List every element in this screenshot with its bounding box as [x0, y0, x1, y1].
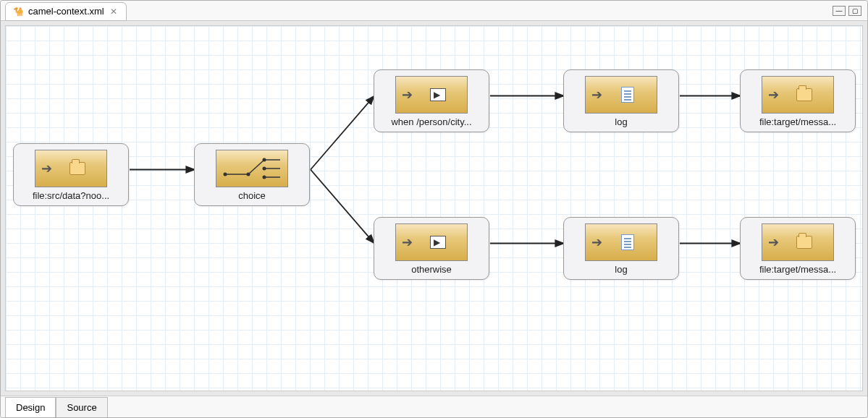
arrow-icon: ➔: [768, 87, 779, 103]
arrow-icon: ➔: [402, 234, 413, 250]
folder-icon: [796, 88, 812, 101]
arrow-icon: ➔: [768, 234, 779, 250]
node-label: file:target/messa...: [741, 264, 855, 275]
node-label: file:target/messa...: [741, 116, 855, 127]
node-label: when /person/city...: [374, 116, 489, 127]
arrow-icon: ➔: [402, 87, 413, 103]
svg-point-7: [263, 158, 266, 162]
node-file_out2[interactable]: ➔file:target/messa...: [740, 217, 856, 280]
choice-icon: [216, 150, 287, 187]
minimize-button[interactable]: —: [833, 6, 846, 16]
document-icon: [621, 234, 634, 250]
edge: [311, 170, 374, 244]
node-log2[interactable]: ➔log: [563, 217, 679, 280]
folder-icon: [69, 162, 85, 175]
node-label: choice: [195, 190, 309, 201]
edge: [311, 96, 374, 170]
endpoint-icon: [430, 236, 446, 249]
svg-point-6: [247, 173, 250, 176]
node-file_out1[interactable]: ➔file:target/messa...: [740, 69, 856, 132]
folder-icon: [796, 236, 812, 249]
close-icon[interactable]: ✕: [109, 7, 119, 17]
endpoint-icon: [430, 88, 446, 101]
arrow-icon: ➔: [41, 161, 52, 176]
node-log1[interactable]: ➔log: [563, 69, 679, 132]
svg-point-8: [263, 167, 266, 171]
tab-design[interactable]: Design: [5, 397, 56, 417]
file-tab-label: camel-context.xml: [28, 6, 104, 17]
tab-source[interactable]: Source: [56, 397, 107, 417]
node-label: log: [564, 116, 678, 127]
arrow-icon: ➔: [591, 234, 602, 250]
node-label: log: [564, 264, 678, 275]
maximize-button[interactable]: ▢: [848, 6, 861, 16]
svg-point-5: [224, 173, 227, 176]
node-label: otherwise: [374, 264, 489, 275]
node-choice[interactable]: choice: [194, 143, 310, 206]
svg-line-1: [248, 160, 264, 174]
file-tab[interactable]: 🐪 camel-context.xml ✕: [5, 2, 127, 21]
design-canvas[interactable]: ➔file:src/data?noo...choice➔when /person…: [5, 25, 863, 391]
bottom-tabs: Design Source: [1, 396, 867, 417]
title-bar: 🐪 camel-context.xml ✕ — ▢: [1, 1, 867, 21]
node-file_in[interactable]: ➔file:src/data?noo...: [13, 143, 129, 206]
node-otherwise[interactable]: ➔otherwise: [374, 217, 489, 280]
svg-point-9: [263, 176, 266, 179]
arrow-icon: ➔: [591, 87, 602, 103]
document-icon: [621, 87, 634, 103]
node-label: file:src/data?noo...: [14, 190, 128, 201]
node-when[interactable]: ➔when /person/city...: [374, 69, 489, 132]
camel-file-icon: 🐪: [13, 7, 24, 17]
window-controls: — ▢: [833, 6, 867, 16]
